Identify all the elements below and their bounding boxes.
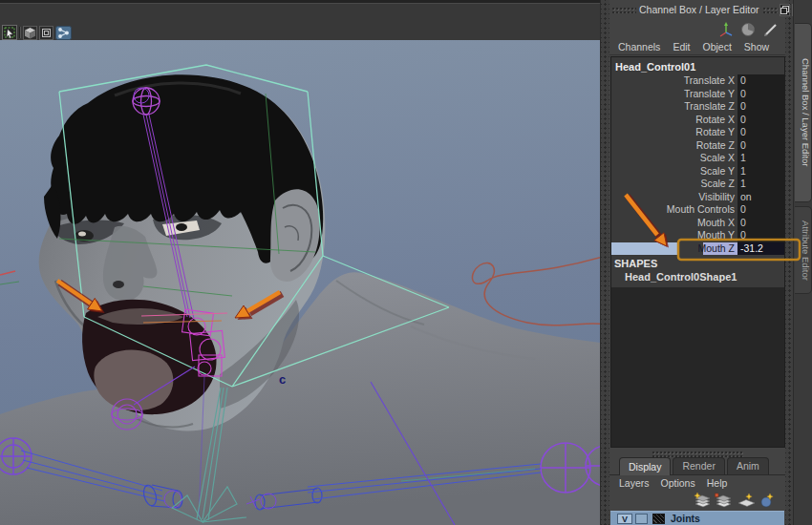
tab-channel-box[interactable]: Channel Box / Layer Editor xyxy=(795,23,812,202)
channel-label[interactable]: Translate Y xyxy=(611,88,737,101)
channel-value-field[interactable]: 1 xyxy=(737,178,784,191)
speed-dial-icon[interactable] xyxy=(742,24,755,36)
object-name[interactable]: Head_Control01 xyxy=(611,59,784,74)
channel-row: Translate Y 0 xyxy=(611,88,784,101)
channel-row: Visibility on xyxy=(611,191,784,204)
channel-label[interactable]: Rotate Y xyxy=(611,126,737,139)
channel-value-field[interactable]: 0 xyxy=(737,100,784,114)
create-layer-icon[interactable] xyxy=(694,493,710,507)
create-override-layer-icon[interactable] xyxy=(761,494,773,507)
channel-value-field[interactable]: 0 xyxy=(737,203,784,217)
channel-row: Scale X 1 xyxy=(611,152,784,165)
annotation-letter: c xyxy=(279,372,286,387)
channel-row: Mouth Z -31.2 xyxy=(611,242,784,256)
channel-value-field[interactable]: 1 xyxy=(737,152,784,165)
layer-editor-menubar: LayersOptionsHelp xyxy=(609,477,785,492)
panel-titlebar[interactable]: Channel Box / Layer Editor xyxy=(609,0,785,19)
layer-editor-tab[interactable]: Render xyxy=(673,457,724,474)
channel-label[interactable]: Rotate X xyxy=(611,114,737,127)
channel-value-field[interactable]: 0 xyxy=(737,139,784,153)
channel-value-field[interactable]: -31.2 xyxy=(737,242,784,256)
viewport-toolbar xyxy=(0,0,600,43)
channel-row: Translate Z 0 xyxy=(611,100,784,114)
channel-value-field[interactable]: 0 xyxy=(737,88,784,101)
layer-color-swatch[interactable] xyxy=(652,514,665,524)
channel-box-tool-icons xyxy=(716,21,783,37)
layer-editor-tabs: DisplayRenderAnim xyxy=(609,457,785,475)
channel-row: Translate X 0 xyxy=(611,74,784,88)
channel-label[interactable]: Mouth X xyxy=(611,217,737,230)
channel-list: Head_Control01 Translate X 0 Translate Y… xyxy=(610,56,785,448)
channel-rows: Translate X 0 Translate Y 0 Translate Z … xyxy=(611,74,784,255)
channel-row: Mouth X 0 xyxy=(611,217,784,230)
layer-editor: DisplayRenderAnim LayersOptionsHelp xyxy=(609,449,785,525)
channel-label[interactable]: Visibility xyxy=(611,191,737,204)
channel-label[interactable]: Scale X xyxy=(611,152,737,165)
layer-row-joints[interactable]: V Joints xyxy=(610,511,784,525)
channel-value-field[interactable]: 0 xyxy=(737,126,784,139)
channel-value-field[interactable]: 0 xyxy=(737,114,784,127)
select-tool-icon[interactable] xyxy=(3,26,17,40)
layer-name: Joints xyxy=(671,513,700,524)
create-layer-selected-icon[interactable] xyxy=(716,494,732,507)
axis-manipulator-icon[interactable] xyxy=(720,22,732,36)
channel-label[interactable]: Mouth Controls xyxy=(611,203,737,217)
menu-item[interactable]: Help xyxy=(707,477,728,492)
layer-action-icons xyxy=(694,492,776,509)
channel-value-field[interactable]: 0 xyxy=(737,217,784,230)
panel-title: Channel Box / Layer Editor xyxy=(639,4,759,15)
titlebar-grip[interactable] xyxy=(762,7,778,13)
channel-value-field[interactable]: 0 xyxy=(737,74,784,88)
tab-attribute-editor[interactable]: Attribute Editor xyxy=(795,206,812,294)
titlebar-grip[interactable] xyxy=(611,7,636,13)
channel-row: Rotate Z 0 xyxy=(611,139,784,153)
channel-label[interactable]: Rotate Z xyxy=(611,139,737,153)
channel-value-field[interactable]: 1 xyxy=(737,165,784,178)
channel-box-menubar: ChannelsEditObjectShow xyxy=(609,38,785,55)
channel-value-field[interactable]: 0 xyxy=(737,229,784,242)
layer-editor-tab[interactable]: Anim xyxy=(727,457,769,474)
channel-label[interactable]: Scale Y xyxy=(611,165,737,178)
component-box-icon[interactable] xyxy=(40,27,53,40)
channel-row: Rotate X 0 xyxy=(611,114,784,127)
viewport-panel[interactable]: c xyxy=(0,0,600,525)
menu-item[interactable]: Options xyxy=(661,477,695,492)
channel-box-panel: Channel Box / Layer Editor xyxy=(609,0,793,525)
restore-button[interactable] xyxy=(780,4,790,16)
layer-visibility-toggle[interactable]: V xyxy=(617,514,632,524)
channel-row: Scale Y 1 xyxy=(611,165,784,178)
layer-editor-grip[interactable] xyxy=(652,451,743,457)
layer-playback-toggle[interactable] xyxy=(635,514,648,524)
channel-label[interactable]: Scale Z xyxy=(611,178,737,191)
layer-editor-tab[interactable]: Display xyxy=(619,457,671,475)
shape-name[interactable]: Head_Control0Shape1 xyxy=(611,270,784,284)
panel-edge-grip[interactable] xyxy=(785,0,793,525)
shapes-header: SHAPES xyxy=(611,257,784,270)
channel-value-field[interactable]: on xyxy=(737,191,784,204)
channel-label[interactable]: Mouth Z xyxy=(611,242,737,256)
share-node-icon[interactable] xyxy=(56,27,72,40)
restore-icon xyxy=(780,6,789,14)
menu-item[interactable]: Layers xyxy=(619,477,650,492)
side-tab-strip: Channel Box / Layer Editor Attribute Edi… xyxy=(793,0,812,525)
pencil-icon[interactable] xyxy=(764,25,776,36)
channel-row: Scale Z 1 xyxy=(611,178,784,191)
channel-label[interactable]: Mouth Y xyxy=(611,229,737,242)
channel-label[interactable]: Translate X xyxy=(611,74,737,88)
polygon-cube-icon[interactable] xyxy=(24,27,37,40)
channel-row: Mouth Controls 0 xyxy=(611,203,784,217)
menu-item[interactable]: Show xyxy=(744,41,769,52)
viewport-scene[interactable]: c xyxy=(0,40,600,525)
menu-item[interactable]: Object xyxy=(702,41,731,52)
channel-row: Rotate Y 0 xyxy=(611,126,784,139)
create-empty-layer-icon[interactable] xyxy=(738,494,755,507)
viewport-toolbar-icons xyxy=(2,25,76,41)
channel-row: Mouth Y 0 xyxy=(611,229,784,242)
channel-label[interactable]: Translate Z xyxy=(611,100,737,114)
menu-item[interactable]: Edit xyxy=(673,41,690,52)
menu-item[interactable]: Channels xyxy=(618,41,660,52)
